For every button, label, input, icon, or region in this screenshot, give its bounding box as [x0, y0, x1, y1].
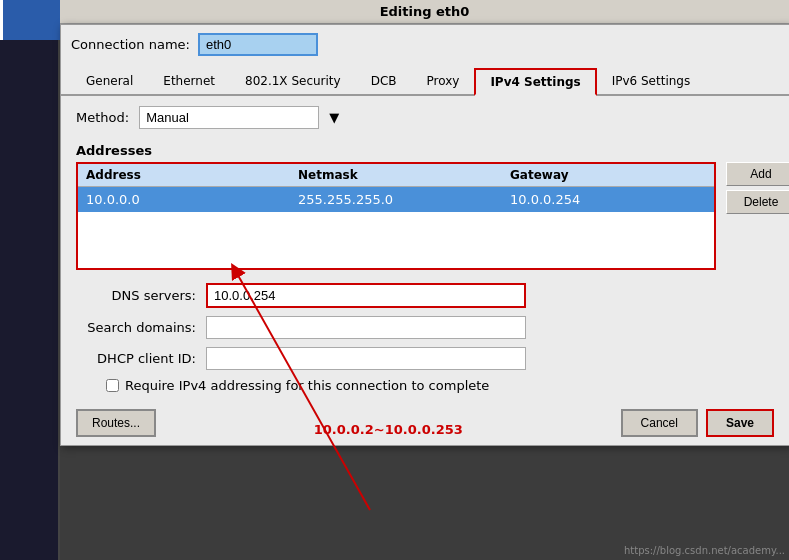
tabs-bar: General Ethernet 802.1X Security DCB Pro…: [61, 64, 789, 96]
table-row[interactable]: 10.0.0.0 255.255.255.0 10.0.0.254: [78, 187, 714, 213]
dhcp-client-id-row: DHCP client ID:: [76, 347, 774, 370]
dns-servers-label: DNS servers:: [76, 288, 196, 303]
col-netmask: Netmask: [290, 164, 502, 187]
annotation-text: 10.0.0.2~10.0.0.253: [314, 422, 463, 437]
tab-dcb[interactable]: DCB: [356, 68, 412, 94]
cell-netmask: 255.255.255.0: [290, 187, 502, 213]
search-domains-row: Search domains:: [76, 316, 774, 339]
dns-servers-input[interactable]: [206, 283, 526, 308]
cancel-button[interactable]: Cancel: [621, 409, 698, 437]
col-address: Address: [78, 164, 290, 187]
table-row-empty: [78, 212, 714, 240]
watermark: https://blog.csdn.net/academy...: [624, 545, 785, 556]
sidebar-active-item: [0, 0, 60, 40]
tab-general[interactable]: General: [71, 68, 148, 94]
main-content: Editing eth0 Connection name: General Et…: [60, 0, 789, 560]
connection-name-label: Connection name:: [71, 37, 190, 52]
connection-name-input[interactable]: [198, 33, 318, 56]
require-ipv4-checkbox[interactable]: [106, 379, 119, 392]
method-row: Method: ▼: [76, 106, 774, 129]
addresses-container: Address Netmask Gateway 10.0.0.0 255.255…: [76, 162, 716, 270]
require-ipv4-row: Require IPv4 addressing for this connect…: [106, 378, 774, 393]
title-bar: Editing eth0: [60, 0, 789, 24]
tab-ipv4-settings[interactable]: IPv4 Settings: [474, 68, 596, 96]
dhcp-client-id-input[interactable]: [206, 347, 526, 370]
require-ipv4-label: Require IPv4 addressing for this connect…: [125, 378, 489, 393]
method-dropdown-arrow[interactable]: ▼: [329, 110, 339, 125]
add-button[interactable]: Add: [726, 162, 789, 186]
bottom-center: 10.0.0.2~10.0.0.253: [156, 422, 621, 437]
tab-ethernet[interactable]: Ethernet: [148, 68, 230, 94]
method-input[interactable]: [139, 106, 319, 129]
dialog-title: Editing eth0: [380, 4, 470, 19]
dhcp-client-id-label: DHCP client ID:: [76, 351, 196, 366]
bottom-left: Routes...: [76, 409, 156, 437]
addresses-table: Address Netmask Gateway 10.0.0.0 255.255…: [78, 164, 714, 268]
delete-button[interactable]: Delete: [726, 190, 789, 214]
connection-name-row: Connection name:: [61, 25, 789, 64]
cell-address: 10.0.0.0: [78, 187, 290, 213]
search-domains-label: Search domains:: [76, 320, 196, 335]
dialog: Connection name: General Ethernet 802.1X…: [60, 24, 789, 446]
save-button[interactable]: Save: [706, 409, 774, 437]
bottom-right: Cancel Save: [621, 409, 774, 437]
search-domains-input[interactable]: [206, 316, 526, 339]
addresses-area: Address Netmask Gateway 10.0.0.0 255.255…: [76, 162, 716, 270]
addresses-title: Addresses: [76, 143, 774, 158]
col-gateway: Gateway: [502, 164, 714, 187]
tab-proxy[interactable]: Proxy: [412, 68, 475, 94]
cell-gateway: 10.0.0.254: [502, 187, 714, 213]
ipv4-settings-content: Method: ▼ Addresses Address Netmask: [61, 96, 789, 403]
routes-button[interactable]: Routes...: [76, 409, 156, 437]
method-label: Method:: [76, 110, 129, 125]
tab-8021x-security[interactable]: 802.1X Security: [230, 68, 356, 94]
add-delete-buttons: Add Delete: [726, 162, 789, 214]
dns-servers-row: DNS servers:: [76, 283, 774, 308]
table-row-empty2: [78, 240, 714, 268]
addresses-section: Addresses Address Netmask Gateway: [76, 143, 774, 273]
sidebar: [0, 0, 60, 560]
tab-ipv6-settings[interactable]: IPv6 Settings: [597, 68, 706, 94]
